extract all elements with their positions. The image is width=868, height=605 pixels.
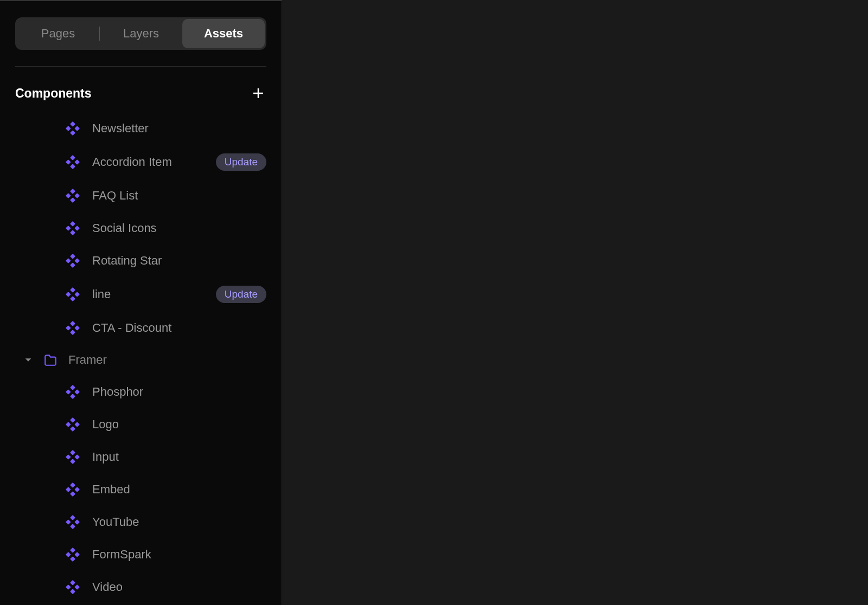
item-label: YouTube [92,515,266,529]
svg-rect-7 [66,159,71,165]
tab-assets[interactable]: Assets [182,19,265,48]
svg-rect-53 [70,556,75,562]
update-badge[interactable]: Update [216,286,266,303]
sidebar-scrollbar[interactable] [0,0,282,1]
svg-rect-6 [70,155,75,160]
svg-rect-10 [70,189,75,194]
svg-rect-51 [66,552,71,557]
svg-rect-3 [66,126,71,131]
list-item[interactable]: CTA - Discount [0,312,282,344]
canvas[interactable] [282,0,868,605]
svg-rect-20 [74,258,80,263]
item-label: Social Icons [92,221,266,235]
svg-rect-21 [70,262,75,268]
item-label: Embed [92,482,266,497]
svg-rect-5 [70,130,75,136]
folder-label: Framer [68,353,107,367]
svg-rect-2 [70,121,75,127]
svg-rect-40 [74,454,80,460]
item-label: FAQ List [92,189,266,203]
component-icon [65,221,80,236]
svg-rect-22 [70,287,75,293]
svg-rect-48 [74,519,80,525]
svg-rect-17 [70,230,75,235]
list-item[interactable]: Embed [0,473,282,506]
svg-rect-33 [70,394,75,399]
svg-rect-42 [70,482,75,488]
svg-rect-57 [70,589,75,594]
list-item[interactable]: Social Icons [0,212,282,244]
folder-icon [43,353,58,367]
folder-item[interactable]: Framer [0,344,282,376]
svg-rect-29 [70,330,75,335]
component-icon [65,449,80,465]
svg-rect-39 [66,454,71,460]
list-item[interactable]: FormSpark [0,538,282,571]
component-icon [65,287,80,302]
list-item[interactable]: Newsletter [0,112,282,145]
list-item[interactable]: line Update [0,277,282,312]
svg-rect-46 [70,515,75,520]
svg-rect-15 [66,226,71,231]
section-header: Components [0,67,282,112]
list-item[interactable]: Phosphor [0,376,282,408]
sidebar: Pages Layers Assets Components Newslette… [0,0,282,605]
list-item[interactable]: Accordion Item Update [0,145,282,179]
svg-rect-27 [66,325,71,331]
svg-rect-44 [74,487,80,492]
add-component-button[interactable] [250,85,266,101]
svg-rect-32 [74,389,80,395]
svg-rect-31 [66,389,71,395]
svg-rect-34 [70,417,75,423]
svg-rect-49 [70,524,75,529]
svg-rect-55 [66,584,71,590]
tab-layers[interactable]: Layers [100,19,182,48]
component-icon [65,580,80,595]
svg-rect-30 [70,385,75,390]
section-title: Components [15,86,92,101]
svg-rect-36 [74,422,80,427]
component-icon [65,121,80,136]
svg-rect-13 [70,197,75,203]
component-icon [65,514,80,530]
component-icon [65,482,80,497]
svg-rect-52 [74,552,80,557]
component-icon [65,155,80,170]
chevron-down-icon [24,356,33,364]
svg-rect-23 [66,292,71,297]
list-item[interactable]: YouTube [0,506,282,538]
tab-pages[interactable]: Pages [17,19,99,48]
svg-rect-43 [66,487,71,492]
svg-rect-41 [70,459,75,464]
svg-rect-28 [74,325,80,331]
svg-rect-19 [66,258,71,263]
component-icon [65,417,80,432]
component-icon [65,384,80,400]
svg-rect-14 [70,221,75,227]
item-label: Logo [92,417,266,432]
item-label: Rotating Star [92,254,266,268]
item-label: Accordion Item [92,155,216,169]
component-list: Newsletter Accordion Item Update FAQ Lis… [0,112,282,603]
item-label: Phosphor [92,385,266,399]
svg-rect-37 [70,426,75,432]
svg-rect-18 [70,254,75,259]
svg-rect-54 [70,580,75,585]
svg-rect-12 [74,193,80,198]
item-label: Input [92,450,266,464]
update-badge[interactable]: Update [216,153,266,171]
svg-rect-47 [66,519,71,525]
list-item[interactable]: Input [0,441,282,473]
svg-rect-26 [70,321,75,326]
svg-rect-16 [74,226,80,231]
component-icon [65,188,80,203]
svg-rect-45 [70,491,75,497]
list-item[interactable]: FAQ List [0,179,282,212]
svg-rect-25 [70,296,75,301]
list-item[interactable]: Rotating Star [0,244,282,277]
list-item[interactable]: Logo [0,408,282,441]
item-label: line [92,287,216,301]
svg-rect-50 [70,548,75,553]
list-item[interactable]: Video [0,571,282,603]
component-icon [65,547,80,562]
